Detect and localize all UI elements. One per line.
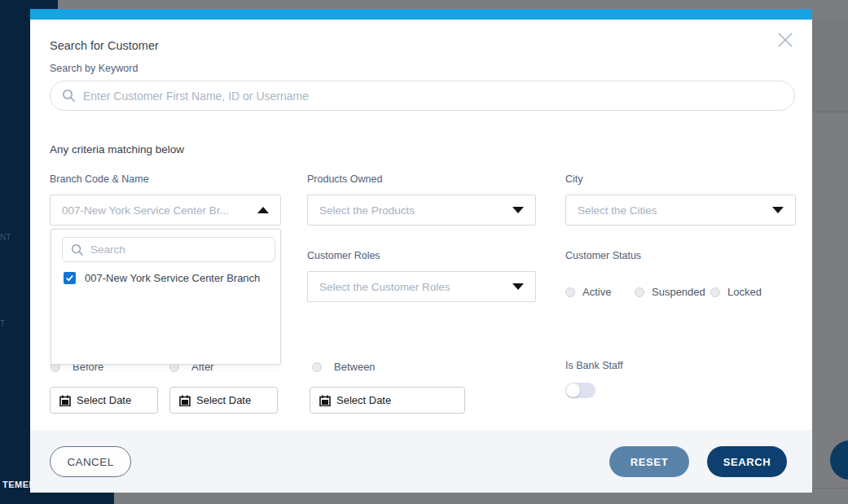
branch-dropdown-search-input[interactable]: Search [62,237,275,262]
products-select[interactable]: Select the Products [307,195,536,226]
modal-footer: CANCEL RESET SEARCH [30,430,812,493]
status-radio-suspended[interactable]: Suspended [635,286,705,298]
radio-label: Active [582,286,611,298]
bank-staff-label: Is Bank Staff [565,360,623,371]
date-picker-label: Select Date [77,394,131,406]
date-picker-label: Select Date [196,394,251,406]
products-select-placeholder: Select the Products [319,204,415,217]
radio-icon [635,287,644,297]
toggle-knob [566,383,580,397]
city-label: City [565,173,583,185]
close-icon[interactable] [776,31,794,49]
cancel-button[interactable]: CANCEL [50,446,131,477]
page-divider [812,488,848,489]
modal-accent-bar [30,9,812,20]
search-customer-modal: Search for Customer Search by Keyword En… [30,9,812,493]
sidebar-header-block [0,0,58,9]
keyword-search-input[interactable]: Enter Customer First Name, ID or Usernam… [50,81,795,111]
city-select-placeholder: Select the Cities [578,204,657,217]
branch-dropdown-panel: Search 007-New York Service Center Branc… [51,229,281,365]
branch-select-value: 007-New York Service Center Br... [62,204,229,217]
date-radio-between[interactable]: Between [312,361,376,373]
chevron-down-icon [772,207,784,213]
products-label: Products Owned [307,173,382,185]
statusbar-navy [0,493,114,504]
branch-option[interactable]: 007-New York Service Center Branch [64,272,260,284]
dimmed-page-region [812,20,848,112]
status-radio-active[interactable]: Active [565,286,611,298]
chevron-down-icon [512,207,524,213]
sidebar-item-fragment: NT [0,233,11,242]
screen: NT T TEMEN Search for Customer Search by… [0,0,848,504]
date-picker-after[interactable]: Select Date [169,387,278,414]
roles-select-placeholder: Select the Customer Roles [319,281,450,293]
roles-select[interactable]: Select the Customer Roles [307,271,536,302]
search-button[interactable]: SEARCH [707,446,787,477]
status-label: Customer Status [565,250,641,261]
radio-icon [710,287,720,297]
keyword-placeholder: Enter Customer First Name, ID or Usernam… [83,90,309,103]
status-radio-locked[interactable]: Locked [710,286,762,298]
radio-label: Between [334,361,376,373]
modal-title: Search for Customer [50,39,159,52]
checkbox-checked-icon [64,272,76,284]
roles-label: Customer Roles [307,250,380,261]
app-sidebar [0,0,30,504]
criteria-heading: Any criteria matching below [50,143,184,156]
calendar-icon [59,395,71,406]
calendar-icon [319,395,331,406]
branch-option-label: 007-New York Service Center Branch [85,272,260,284]
reset-button[interactable]: RESET [609,446,689,477]
date-picker-label: Select Date [336,394,391,406]
branch-select[interactable]: 007-New York Service Center Br... [50,195,281,226]
search-icon [71,243,84,256]
radio-icon [565,287,575,297]
chevron-down-icon [512,283,524,290]
floating-action-button[interactable] [830,440,848,480]
keyword-label: Search by Keyword [50,63,138,74]
bank-staff-toggle[interactable] [565,383,595,398]
date-picker-before[interactable]: Select Date [50,387,158,414]
dropdown-search-placeholder: Search [90,243,125,256]
branch-label: Branch Code & Name [50,173,149,185]
search-icon [62,89,76,103]
calendar-icon [179,395,191,406]
page-divider [812,112,848,112]
date-picker-between[interactable]: Select Date [310,387,465,414]
sidebar-item-fragment: T [0,319,5,328]
radio-label: Locked [727,286,762,298]
city-select[interactable]: Select the Cities [565,195,796,226]
radio-label: Suspended [652,286,705,298]
radio-icon [312,362,322,372]
chevron-up-icon [257,207,269,213]
